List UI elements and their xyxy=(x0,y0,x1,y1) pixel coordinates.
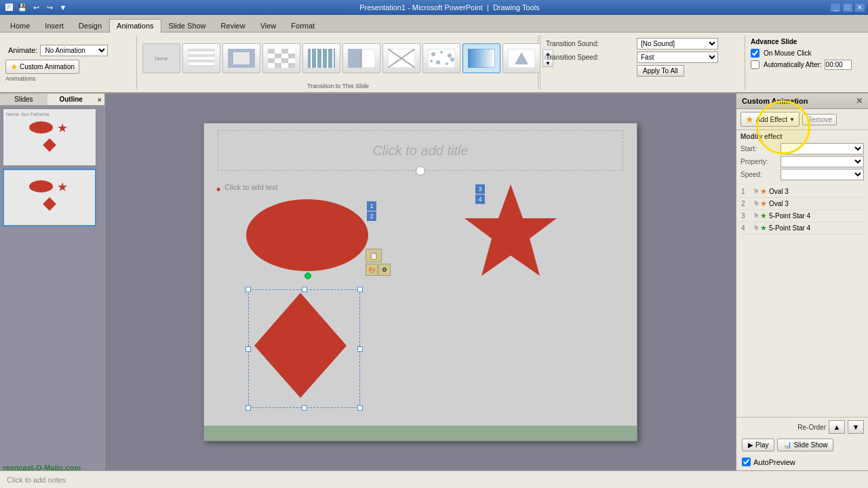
trans-dissolve-btn[interactable] xyxy=(422,43,460,73)
trans-blinds-btn[interactable] xyxy=(182,43,220,73)
close-button[interactable]: ✕ xyxy=(854,3,865,12)
handle-bm[interactable] xyxy=(302,405,307,411)
svg-rect-23 xyxy=(288,63,295,68)
speed-select[interactable] xyxy=(781,169,864,180)
trans-box-btn[interactable] xyxy=(222,43,260,73)
on-mouse-click-checkbox[interactable] xyxy=(751,49,760,58)
ribbon-tabs: Home Insert Design Animations Slide Show… xyxy=(0,15,868,33)
apply-to-all-button[interactable]: Apply To All xyxy=(637,65,684,77)
content-area: • Click to add text 1 2 3 4 xyxy=(211,178,630,424)
animate-label: Animate: xyxy=(8,46,37,54)
handle-mr[interactable] xyxy=(357,346,363,352)
custom-animation-label: Custom Animation xyxy=(20,63,75,70)
slideshow-button[interactable]: 📊 Slide Show xyxy=(777,439,833,451)
icon-1[interactable]: 📋 xyxy=(366,249,382,262)
trans-cover-btn[interactable] xyxy=(342,43,380,73)
tab-home[interactable]: Home xyxy=(3,19,37,32)
auto-after-input[interactable] xyxy=(825,60,852,70)
modify-section: Modify effect Start: Property: Speed: xyxy=(736,130,868,184)
transition-sound-select[interactable]: [No Sound] xyxy=(637,38,718,49)
transition-speed-label: Transition Speed: xyxy=(546,54,634,61)
anim-name-1: Oval 3 xyxy=(769,188,863,195)
icon-2[interactable]: 🎨 xyxy=(366,264,378,276)
handle-tr[interactable] xyxy=(357,287,363,292)
reorder-label: Re-Order xyxy=(797,424,826,431)
thumb-star-1: ★ xyxy=(57,121,71,134)
tab-slideshow[interactable]: Slide Show xyxy=(161,19,214,32)
transition-sound-label: Transition Sound: xyxy=(546,40,634,47)
icon-3[interactable]: ⚙ xyxy=(378,264,391,276)
anim-item-1[interactable]: 1 🖱 ★ Oval 3 xyxy=(739,186,865,198)
tab-design[interactable]: Design xyxy=(71,19,109,32)
title-bar-title: Presentation1 - Microsoft PowerPoint | D… xyxy=(69,3,830,12)
main-area: Slides Outline × Nama: Nur Fathania ★ xyxy=(0,94,868,470)
trans-none-btn[interactable]: None xyxy=(142,43,180,73)
oval-shape[interactable]: 📋 🎨 ⚙ xyxy=(245,198,370,272)
maximize-button[interactable]: □ xyxy=(842,3,853,12)
tab-slides[interactable]: Slides xyxy=(0,94,47,105)
transitions-group: None xyxy=(138,35,538,89)
transition-speed-select[interactable]: Fast xyxy=(637,52,718,63)
tab-view[interactable]: View xyxy=(253,19,284,32)
anim-item-4[interactable]: 4 🖱 ★ 5-Point Star 4 xyxy=(739,222,865,235)
slides-panel[interactable]: Nama: Nur Fathania ★ xyxy=(0,106,104,470)
auto-after-checkbox[interactable] xyxy=(751,60,760,69)
tab-format[interactable]: Format xyxy=(283,19,322,32)
diamond-selection-wrapper[interactable] xyxy=(248,289,360,408)
animate-select[interactable]: No Animation xyxy=(40,45,108,56)
slide-canvas[interactable]: Click to add title • Click to add text 1… xyxy=(203,123,637,441)
clock-icon-1: 🖱 xyxy=(753,187,760,196)
play-button[interactable]: ▶ Play xyxy=(742,439,774,451)
star-icon: ★ xyxy=(10,62,18,72)
customize-button[interactable]: ▼ xyxy=(57,1,69,14)
handle-bl[interactable] xyxy=(245,405,251,411)
undo-button[interactable]: ↩ xyxy=(30,1,42,14)
start-select[interactable] xyxy=(781,143,864,155)
add-effect-icon: ★ xyxy=(745,114,754,125)
rotation-handle[interactable] xyxy=(304,272,311,279)
reorder-up-button[interactable]: ▲ xyxy=(829,420,845,434)
trans-comb-btn[interactable] xyxy=(302,43,340,73)
slide-thumb-1[interactable]: Nama: Nur Fathania ★ xyxy=(3,108,96,166)
play-row: ▶ Play 📊 Slide Show xyxy=(741,436,864,454)
svg-rect-8 xyxy=(268,49,275,54)
handle-br[interactable] xyxy=(357,405,363,411)
custom-animation-button[interactable]: ★ Custom Animation xyxy=(5,60,79,74)
panel-toolbar: ★ Add Effect ▼ Remove xyxy=(736,109,868,130)
trans-fade-btn[interactable] xyxy=(462,43,500,73)
anim-num-2: 2 xyxy=(741,200,751,207)
tab-insert[interactable]: Insert xyxy=(37,19,71,32)
slide-title-area[interactable]: Click to add title xyxy=(218,130,623,171)
speed-row: Speed: xyxy=(741,169,864,180)
svg-rect-1 xyxy=(188,49,215,52)
trans-cut-btn[interactable] xyxy=(382,43,420,73)
effect-icon-3: ★ xyxy=(760,211,767,220)
redo-button[interactable]: ↪ xyxy=(43,1,56,14)
panel-close-button[interactable]: ✕ xyxy=(856,96,863,106)
svg-rect-18 xyxy=(281,58,288,63)
play-label: Play xyxy=(755,441,768,449)
sidebar-close-button[interactable]: × xyxy=(95,94,104,105)
svg-point-43 xyxy=(450,58,454,62)
thumb-oval-1 xyxy=(29,121,53,134)
reorder-down-button[interactable]: ▼ xyxy=(848,420,864,434)
svg-point-40 xyxy=(430,60,433,62)
tab-animations[interactable]: Animations xyxy=(109,19,161,33)
trans-scroll-btn[interactable] xyxy=(502,43,540,73)
anim-item-2[interactable]: 2 🖱 ★ Oval 3 xyxy=(739,198,865,210)
minimize-button[interactable]: _ xyxy=(830,3,841,12)
save-button[interactable]: 💾 xyxy=(16,1,28,14)
slide-thumb-2[interactable]: ★ xyxy=(3,169,96,226)
tab-review[interactable]: Review xyxy=(214,19,253,32)
property-select[interactable] xyxy=(781,156,864,167)
trans-checker-btn[interactable] xyxy=(262,43,300,73)
remove-button[interactable]: Remove xyxy=(802,114,837,125)
slide-canvas-area[interactable]: Click to add title • Click to add text 1… xyxy=(105,94,736,470)
add-effect-button[interactable]: ★ Add Effect ▼ xyxy=(741,112,800,127)
autopreview-checkbox[interactable] xyxy=(742,458,751,466)
anim-item-3[interactable]: 3 🖱 ★ 5-Point Star 4 xyxy=(739,210,865,222)
slide-bottom-bar xyxy=(204,426,637,441)
star-shape[interactable] xyxy=(462,181,560,283)
tab-outline[interactable]: Outline xyxy=(47,94,95,105)
notes-area[interactable]: Click to add notes xyxy=(0,470,868,488)
